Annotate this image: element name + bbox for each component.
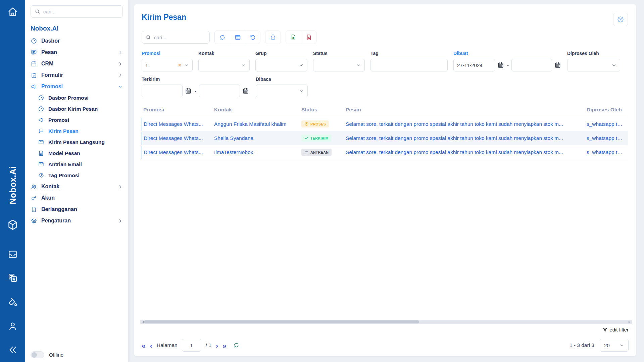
sidebar-item-akun[interactable]: Akun: [25, 192, 128, 204]
tag-icon: [38, 172, 44, 178]
search-icon: [35, 9, 40, 14]
speedometer-icon: [38, 95, 44, 101]
cell-kontak[interactable]: Anggun Friska Masifatul khalim: [212, 118, 300, 131]
edit-filter-button[interactable]: edit filter: [602, 327, 629, 332]
refresh-button[interactable]: [215, 31, 230, 44]
envelope-icon: [38, 161, 44, 167]
sidebar-item-model-pesan[interactable]: Model Pesan: [25, 148, 128, 159]
gear-icon: [31, 217, 37, 224]
tag-input[interactable]: [370, 59, 448, 71]
user-icon[interactable]: [7, 321, 18, 331]
cell-pesan[interactable]: Selamat sore, terkait dengan promo spesi…: [344, 118, 585, 131]
chevron-right-icon: [118, 218, 123, 223]
table-row[interactable]: Direct Messages Whats... Anggun Friska M…: [142, 117, 628, 131]
prev-page-button[interactable]: ‹: [150, 342, 152, 349]
sidebar-item-formulir[interactable]: Formulir: [25, 69, 128, 81]
sidebar-item-kirim-pesan[interactable]: Kirim Pesan: [25, 125, 128, 137]
scroll-right-arrow-icon[interactable]: [629, 321, 631, 323]
export-excel-button[interactable]: [286, 31, 301, 44]
messages-table: Promosi Kontak Status Pesan Diproses Ole…: [142, 105, 628, 159]
dibuat-to-input[interactable]: [511, 59, 552, 71]
translate-icon[interactable]: [7, 272, 18, 283]
sidebar-item-promosi[interactable]: Promosi: [25, 81, 128, 92]
calendar-icon[interactable]: [185, 87, 192, 95]
scrollbar-thumb[interactable]: [144, 320, 419, 323]
cell-diproses-oleh[interactable]: s_whatsapp tester: [585, 118, 628, 131]
nobox-cube-logo-icon[interactable]: [7, 219, 19, 231]
sidebar-item-label: Akun: [41, 195, 55, 201]
first-page-button[interactable]: «: [142, 342, 146, 349]
page-size-select[interactable]: 20: [600, 339, 629, 352]
table-view-button[interactable]: [230, 31, 245, 44]
dibaca-select[interactable]: [256, 85, 308, 97]
cell-kontak[interactable]: Sheila Syandana: [212, 132, 300, 145]
home-icon[interactable]: [7, 6, 18, 17]
calendar-icon[interactable]: [242, 87, 249, 95]
cell-diproses-oleh[interactable]: s_whatsapp tester: [585, 146, 628, 159]
horizontal-scrollbar[interactable]: [140, 320, 632, 324]
sidebar-item-label: Pengaturan: [41, 218, 71, 224]
calendar-icon[interactable]: [497, 61, 504, 69]
collapse-sidebar-icon[interactable]: [8, 345, 18, 355]
sidebar-item-crm[interactable]: CRM: [25, 58, 128, 69]
kontak-select[interactable]: [198, 59, 250, 71]
diproses-oleh-select[interactable]: [567, 59, 620, 71]
status-select[interactable]: [313, 59, 365, 71]
cell-promosi[interactable]: Direct Messages Whats...: [142, 118, 212, 131]
stopwatch-button[interactable]: [265, 31, 281, 44]
filter-label: Terkirim: [142, 76, 249, 82]
sidebar-item-kontak[interactable]: Kontak: [25, 181, 128, 192]
filter-diproses-oleh: Diproses Oleh: [567, 51, 620, 71]
offline-toggle[interactable]: [31, 351, 44, 358]
sidebar-item-antrian-email[interactable]: Antrian Email: [25, 159, 128, 170]
filter-terkirim: Terkirim -: [142, 76, 249, 97]
inbox-icon[interactable]: [7, 249, 18, 260]
table-row[interactable]: Direct Messages Whats... IlmaTesterNobox…: [142, 145, 628, 159]
paint-bucket-icon[interactable]: [7, 297, 18, 308]
promosi-select[interactable]: 1 ✕: [142, 59, 193, 71]
table-search[interactable]: [142, 31, 210, 44]
table-search-input[interactable]: [154, 35, 206, 40]
sidebar-item-label: Berlangganan: [41, 206, 77, 212]
pagination-label: Halaman: [157, 342, 178, 348]
refresh-icon[interactable]: [233, 342, 240, 349]
calendar-icon[interactable]: [554, 61, 561, 69]
next-page-button[interactable]: ›: [216, 342, 218, 349]
terkirim-to-input[interactable]: [199, 85, 240, 97]
scroll-left-arrow-icon[interactable]: [141, 321, 144, 323]
clear-filter-icon[interactable]: ✕: [178, 62, 182, 68]
sidebar-item-kirim-pesan-langsung[interactable]: Kirim Pesan Langsung: [25, 137, 128, 148]
cell-promosi[interactable]: Direct Messages Whats...: [142, 132, 212, 145]
last-page-button[interactable]: »: [222, 342, 227, 349]
document-icon: [31, 206, 37, 213]
page-number-input[interactable]: [182, 339, 201, 352]
help-button[interactable]: [613, 13, 628, 26]
cell-pesan[interactable]: Selamat sore, terkait dengan promo spesi…: [344, 146, 585, 159]
terkirim-from-input[interactable]: [142, 85, 183, 97]
sidebar-search-input[interactable]: [43, 9, 119, 14]
cell-diproses-oleh[interactable]: s_whatsapp tester: [585, 132, 628, 145]
export-pdf-button[interactable]: [301, 31, 316, 44]
cell-promosi[interactable]: Direct Messages Whats...: [142, 146, 212, 159]
envelope-icon: [38, 139, 44, 145]
toolbar: [142, 31, 628, 44]
reset-button[interactable]: [245, 31, 260, 44]
sidebar-item-berlangganan[interactable]: Berlangganan: [25, 204, 128, 215]
cell-kontak[interactable]: IlmaTesterNobox: [212, 146, 300, 159]
filter-label: Dibuat: [453, 51, 561, 56]
grup-select[interactable]: [255, 59, 307, 71]
sidebar-item-dasbor-kirim-pesan[interactable]: Dasbor Kirim Pesan: [25, 103, 128, 114]
clipboard-icon: [31, 72, 37, 79]
chat-icon: [31, 49, 37, 56]
cell-pesan[interactable]: Selamat sore, terkait dengan promo spesi…: [344, 132, 585, 145]
table-row[interactable]: Direct Messages Whats... Sheila Syandana…: [142, 131, 628, 145]
sidebar-item-dasbor-promosi[interactable]: Dasbor Promosi: [25, 92, 128, 103]
sidebar-item-tag-promosi[interactable]: Tag Promosi: [25, 170, 128, 181]
dibuat-from-input[interactable]: [453, 59, 495, 71]
chevron-down-icon: [299, 89, 304, 94]
sidebar-search[interactable]: [31, 5, 123, 18]
sidebar-item-promosi-sub[interactable]: Promosi: [25, 114, 128, 125]
sidebar-item-dasbor[interactable]: Dasbor: [25, 35, 128, 47]
sidebar-item-pesan[interactable]: Pesan: [25, 47, 128, 58]
sidebar-item-pengaturan[interactable]: Pengaturan: [25, 215, 128, 226]
